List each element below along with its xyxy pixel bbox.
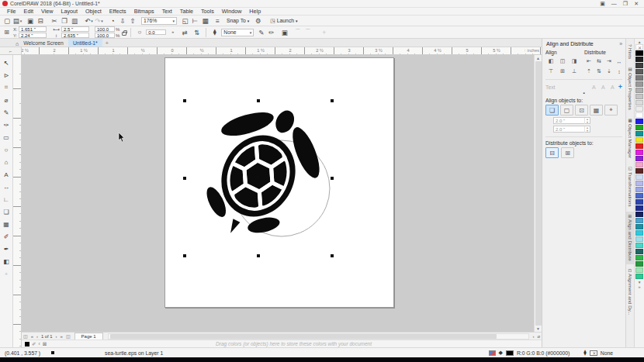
mirror-horizontal-button[interactable]: ⇄ — [179, 28, 189, 37]
distribute-top-button[interactable]: ⇡ — [584, 67, 594, 76]
object-x-field[interactable]: 1.651 " — [19, 26, 47, 32]
palette-swatch[interactable] — [635, 131, 643, 136]
palette-swatch[interactable] — [635, 88, 643, 93]
scale-x-field[interactable]: 100.0 — [95, 26, 115, 32]
distribute-center-h-button[interactable]: ⇆ — [594, 57, 604, 66]
palette-swatch[interactable] — [635, 50, 643, 56]
no-color-swatch[interactable]: ⊠ — [43, 341, 47, 347]
export-button[interactable]: ⇧ — [128, 16, 138, 26]
eyedropper-icon[interactable]: ✐ — [32, 341, 36, 347]
docker-collapse-icon[interactable]: » — [619, 41, 622, 47]
align-left-button[interactable]: ◧ — [545, 57, 556, 66]
align-bottom-button[interactable]: ⊥ — [569, 67, 580, 76]
selection-handle[interactable] — [183, 177, 186, 180]
ellipse-tool[interactable]: ○ — [1, 143, 12, 156]
horizontal-ruler[interactable]: 2 ½21 ½1½0½11 ½22 ½33 ½44 ½55 ½6 ⌐ inche… — [0, 47, 542, 55]
close-button[interactable]: ✕ — [634, 1, 639, 7]
selection-handle[interactable] — [331, 177, 334, 180]
palette-swatch[interactable] — [635, 100, 643, 105]
save-button[interactable]: ▣ — [26, 16, 36, 26]
align-center-horizontally-button[interactable]: ◫ — [557, 57, 568, 66]
copy-properties-button[interactable]: ⌒ — [293, 28, 303, 37]
selection-handle[interactable] — [183, 99, 186, 102]
selection-center-marker[interactable]: × — [256, 176, 259, 179]
palette-swatch[interactable] — [635, 168, 643, 174]
menu-edit[interactable]: Edit — [20, 8, 37, 15]
selection-handle[interactable] — [183, 254, 186, 257]
menu-effects[interactable]: Effects — [106, 8, 130, 15]
text-last-baseline-button[interactable]: A — [599, 82, 608, 91]
menu-object[interactable]: Object — [81, 8, 106, 15]
palette-swatch[interactable] — [635, 212, 643, 217]
fill-color-swatch[interactable] — [506, 350, 514, 356]
show-grid-button[interactable]: ▦ — [200, 16, 210, 26]
horizontal-scroll-thumb[interactable] — [110, 334, 497, 339]
document-palette-swatch-black[interactable] — [25, 342, 29, 346]
palette-swatch[interactable] — [635, 63, 643, 68]
palette-swatch[interactable] — [635, 205, 643, 211]
add-page-button[interactable]: ◫ — [22, 333, 29, 339]
freehand-tool[interactable]: ✎ — [1, 106, 12, 119]
wrap-text-button[interactable]: ▣ — [279, 28, 289, 37]
rotation-angle-field[interactable]: 0.0 — [146, 29, 166, 35]
menu-file[interactable]: File — [3, 8, 20, 15]
snap-to-button[interactable]: Snap To▾ — [223, 16, 252, 26]
palette-swatch[interactable] — [635, 199, 643, 205]
color-eyedropper-tool[interactable]: ✐ — [1, 230, 12, 243]
paste-button[interactable]: ▥ — [70, 16, 80, 26]
spinner-arrows-icon[interactable]: ▲▼ — [584, 126, 590, 133]
minimize-button[interactable]: — — [611, 1, 617, 7]
menu-bitmaps[interactable]: Bitmaps — [130, 8, 158, 15]
menu-table[interactable]: Table — [176, 8, 197, 15]
print-button[interactable]: ⊟ — [36, 16, 46, 26]
account-button[interactable]: ▣ — [600, 1, 605, 7]
new-document-button[interactable]: ▢ — [2, 16, 12, 26]
pick-tool[interactable]: ↖ — [1, 57, 12, 69]
copy-effects-button[interactable]: ⌒ — [303, 28, 313, 37]
object-height-field[interactable]: 2.635 " — [61, 33, 89, 38]
align-right-button[interactable]: ◨ — [569, 57, 580, 66]
edit-outline-button[interactable]: ✏ — [266, 28, 276, 37]
first-page-button[interactable]: « — [29, 334, 35, 339]
palette-swatch[interactable] — [635, 162, 643, 167]
palette-swatch[interactable] — [635, 174, 643, 180]
palette-swatch[interactable] — [635, 261, 643, 267]
selection-handle[interactable] — [257, 254, 260, 257]
menu-layout[interactable]: Layout — [57, 8, 81, 15]
menu-text[interactable]: Text — [158, 8, 176, 15]
distribute-center-v-button[interactable]: ⇅ — [594, 67, 604, 76]
docker-tab-align-distribute[interactable]: ⊞ Align and Distribute — [626, 212, 634, 264]
collapse-left-icon[interactable]: ‹ — [38, 341, 40, 346]
outline-pen-tool[interactable]: ✒ — [1, 243, 12, 255]
distribute-bottom-button[interactable]: ⇣ — [604, 67, 614, 76]
align-center-vertically-button[interactable]: ⊞ — [557, 67, 568, 76]
palette-swatch[interactable] — [635, 75, 643, 81]
distribute-to-page-button[interactable]: ⊞ — [561, 147, 574, 158]
palette-swatch[interactable] — [635, 243, 643, 248]
palette-swatch[interactable] — [635, 267, 643, 273]
distribute-right-button[interactable]: ⇥ — [604, 57, 614, 66]
menu-tools[interactable]: Tools — [197, 8, 218, 15]
align-to-page-edge-button[interactable]: ▢ — [560, 105, 573, 115]
document-color-profile-icon[interactable] — [489, 350, 496, 356]
selection-handle[interactable] — [331, 254, 334, 257]
undo-button[interactable]: ↶▾ — [84, 16, 94, 26]
object-y-field[interactable]: 2.24 " — [19, 33, 47, 38]
palette-swatch[interactable] — [635, 156, 643, 161]
zoom-to-page-icon[interactable]: ⌀ — [535, 333, 542, 339]
selection-handle[interactable] — [257, 99, 260, 102]
palette-swatch[interactable] — [635, 94, 643, 99]
transparency-tool[interactable]: ▦ — [1, 218, 12, 230]
palette-swatch[interactable] — [635, 81, 643, 87]
mirror-vertical-button[interactable]: ⇅ — [192, 28, 202, 37]
scroll-up-icon[interactable]: ▲ — [536, 56, 540, 60]
connector-tool[interactable]: ∟ — [1, 193, 12, 205]
scale-y-field[interactable]: 100.0 — [95, 33, 115, 38]
align-to-active-objects-button[interactable]: ❏ — [545, 105, 559, 115]
text-tool[interactable]: A — [1, 168, 12, 181]
show-guidelines-button[interactable]: ≡ — [213, 16, 223, 26]
launch-button[interactable]: ◳ Launch▾ — [267, 16, 300, 26]
cut-button[interactable]: ✂ — [50, 16, 60, 26]
docker-tab-object-properties[interactable]: ▤ Object Properties — [626, 64, 634, 113]
palette-swatch[interactable] — [635, 255, 643, 260]
